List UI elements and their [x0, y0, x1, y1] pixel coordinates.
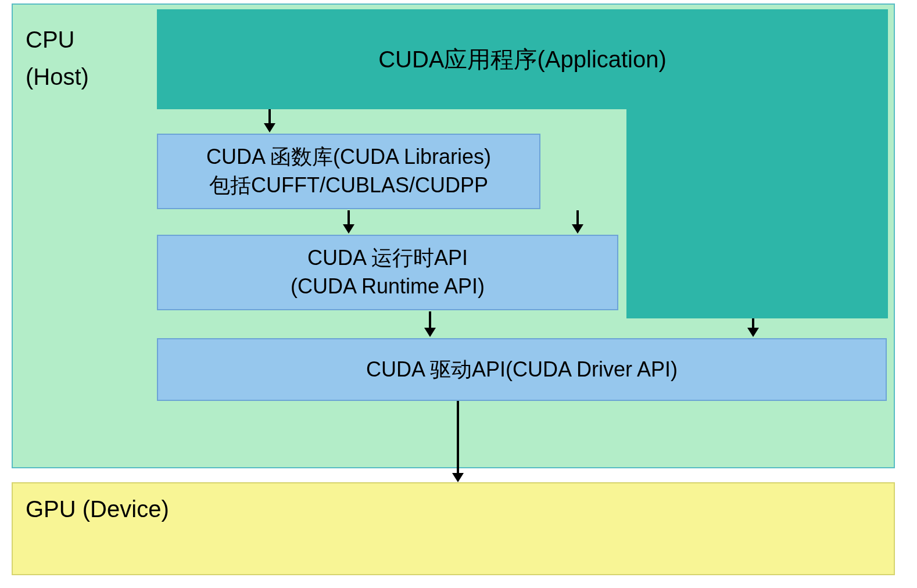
- cpu-label-line1: CPU: [26, 21, 89, 58]
- cpu-host-container: CPU (Host) CUDA应用程序(Application) CUDA 函数…: [12, 3, 895, 468]
- arrow-head-icon: [747, 328, 759, 337]
- gpu-device-container: GPU (Device): [12, 482, 895, 575]
- cpu-label: CPU (Host): [26, 21, 89, 95]
- arrow-head-icon: [452, 473, 464, 482]
- application-label: CUDA应用程序(Application): [378, 44, 667, 76]
- libraries-box: CUDA 函数库(CUDA Libraries) 包括CUFFT/CUBLAS/…: [157, 134, 540, 209]
- application-box-extension: [626, 108, 888, 318]
- gpu-label: GPU (Device): [26, 496, 169, 522]
- libraries-line2: 包括CUFFT/CUBLAS/CUDPP: [209, 171, 488, 200]
- arrow-head-icon: [424, 328, 436, 337]
- arrow-driver-to-gpu: [457, 401, 459, 475]
- arrow-head-icon: [343, 224, 354, 234]
- cpu-label-line2: (Host): [26, 58, 89, 95]
- arrow-head-icon: [572, 224, 583, 234]
- runtime-api-box: CUDA 运行时API (CUDA Runtime API): [157, 235, 618, 310]
- libraries-line1: CUDA 函数库(CUDA Libraries): [206, 143, 491, 171]
- driver-api-box: CUDA 驱动API(CUDA Driver API): [157, 338, 887, 401]
- application-box: CUDA应用程序(Application): [157, 9, 888, 109]
- runtime-line1: CUDA 运行时API: [307, 244, 468, 273]
- driver-label: CUDA 驱动API(CUDA Driver API): [366, 356, 678, 384]
- runtime-line2: (CUDA Runtime API): [291, 273, 485, 301]
- arrow-head-icon: [264, 123, 275, 132]
